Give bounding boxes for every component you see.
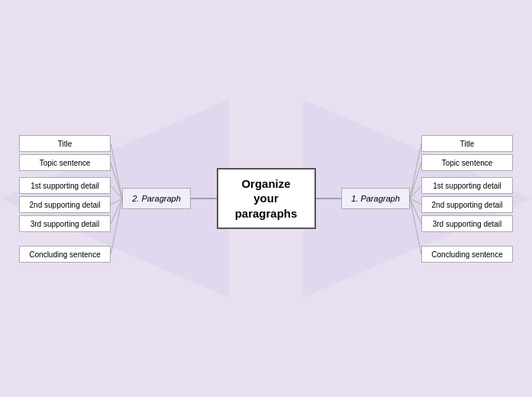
- left-detail-0: Title: [19, 135, 111, 152]
- right-paragraph-node: 1. Paragraph: [341, 188, 410, 209]
- left-connector-label: 2. Paragraph: [132, 194, 181, 203]
- left-paragraph-node: 2. Paragraph: [122, 188, 191, 209]
- right-detail-4: 3rd supporting detail: [421, 215, 513, 232]
- right-detail-1: Topic sentence: [421, 154, 513, 171]
- center-label: Organizeyourparagraphs: [235, 176, 298, 221]
- right-detail-0: Title: [421, 135, 513, 152]
- right-detail-3: 2nd supporting detail: [421, 196, 513, 213]
- left-detail-3: 2nd supporting detail: [19, 196, 111, 213]
- mind-map-canvas: Organizeyourparagraphs 2. Paragraph 1. P…: [0, 0, 532, 397]
- left-detail-4: 3rd supporting detail: [19, 215, 111, 232]
- right-connector-label: 1. Paragraph: [351, 194, 400, 203]
- left-detail-1: Topic sentence: [19, 154, 111, 171]
- right-detail-5: Concluding sentence: [421, 246, 513, 263]
- center-node: Organizeyourparagraphs: [217, 168, 316, 229]
- left-detail-2: 1st supporting detail: [19, 177, 111, 194]
- right-detail-2: 1st supporting detail: [421, 177, 513, 194]
- left-detail-5: Concluding sentence: [19, 246, 111, 263]
